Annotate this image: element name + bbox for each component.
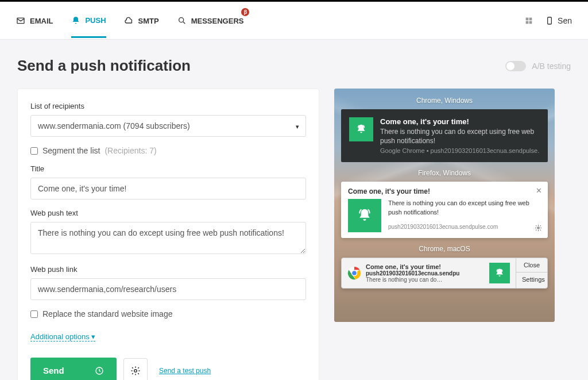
gear-icon[interactable] bbox=[535, 224, 542, 233]
link-input[interactable] bbox=[30, 278, 306, 300]
notif-source: Google Chrome • push2019032016013ecnua.s… bbox=[380, 147, 540, 154]
svg-point-1 bbox=[179, 18, 183, 22]
text-label: Web push text bbox=[30, 209, 306, 217]
tab-label: PUSH bbox=[85, 16, 106, 25]
notif-body: There is nothing you can do… bbox=[366, 277, 485, 283]
chrome-icon bbox=[347, 266, 361, 280]
title-input[interactable] bbox=[30, 178, 306, 199]
link-label: Web push link bbox=[30, 265, 306, 274]
ab-testing-toggle[interactable]: A/B testing bbox=[505, 61, 571, 71]
beta-badge: β bbox=[241, 8, 249, 16]
replace-image-checkbox[interactable] bbox=[30, 310, 38, 318]
page-title: Send a push notification bbox=[17, 57, 191, 75]
segment-checkbox[interactable] bbox=[30, 147, 38, 155]
additional-options-link[interactable]: Additional options ▾ bbox=[30, 332, 95, 341]
nav-mobile-item[interactable]: Sen bbox=[545, 16, 572, 25]
svg-line-2 bbox=[183, 22, 185, 24]
preview-panel: Chrome, Windows Come one, it's your time… bbox=[334, 89, 555, 322]
segment-label: Segment the list bbox=[42, 146, 100, 155]
send-button[interactable]: Send bbox=[30, 358, 117, 380]
gear-button[interactable] bbox=[123, 358, 148, 381]
tab-messengers[interactable]: MESSENGERS β bbox=[177, 5, 244, 36]
settings-button[interactable]: Settings bbox=[516, 272, 547, 286]
email-icon bbox=[16, 16, 25, 25]
close-icon[interactable]: ✕ bbox=[536, 186, 542, 195]
svg-point-9 bbox=[134, 369, 137, 372]
ab-label: A/B testing bbox=[532, 62, 571, 71]
nav-sen-label: Sen bbox=[558, 16, 572, 25]
segment-suffix: (Recipients: 7) bbox=[105, 146, 156, 155]
notif-icon bbox=[489, 263, 510, 283]
notif-title: Come one, it's your time! bbox=[380, 117, 540, 126]
mobile-icon bbox=[545, 16, 554, 25]
caret-down-icon: ▾ bbox=[296, 123, 299, 130]
test-push-link[interactable]: Send a test push bbox=[159, 367, 211, 375]
tab-label: SMTP bbox=[138, 17, 159, 25]
svg-point-13 bbox=[352, 271, 357, 276]
close-button[interactable]: Close bbox=[516, 258, 547, 272]
notif-title: Come one, it's your time! bbox=[348, 187, 541, 195]
firefox-win-label: Firefox, Windows bbox=[341, 169, 548, 177]
replace-image-label: Replace the standard website image bbox=[42, 309, 172, 318]
clock-icon bbox=[95, 366, 104, 375]
top-nav: EMAIL PUSH SMTP MESSENGERS β Sen bbox=[0, 2, 588, 40]
tab-label: MESSENGERS bbox=[191, 17, 244, 25]
notif-body: There is nothing you can do except using… bbox=[388, 199, 541, 217]
notif-icon bbox=[348, 199, 381, 232]
chrome-mac-label: Chrome, macOS bbox=[341, 245, 548, 253]
notif-body: There is nothing you can do except using… bbox=[380, 127, 540, 145]
send-label: Send bbox=[43, 366, 64, 375]
svg-rect-4 bbox=[529, 17, 532, 20]
gift-icon[interactable] bbox=[524, 16, 533, 25]
svg-rect-3 bbox=[526, 17, 529, 20]
svg-rect-5 bbox=[526, 21, 529, 24]
chrome-win-preview: Come one, it's your time! There is nothi… bbox=[341, 109, 548, 162]
svg-rect-7 bbox=[548, 17, 552, 24]
form-panel: List of recipients www.sendermania.com (… bbox=[17, 89, 319, 380]
notif-source: push2019032016013ecnua.sendpu bbox=[366, 270, 485, 277]
bell-icon bbox=[71, 16, 80, 25]
tab-email[interactable]: EMAIL bbox=[16, 5, 53, 36]
notif-title: Come one, it's your time! bbox=[366, 263, 485, 270]
tab-smtp[interactable]: SMTP bbox=[125, 5, 159, 36]
firefox-win-preview: Come one, it's your time! ✕ There is not… bbox=[341, 182, 548, 238]
svg-rect-6 bbox=[529, 21, 532, 24]
toggle-switch bbox=[505, 61, 526, 71]
svg-point-10 bbox=[537, 227, 539, 229]
magnify-icon bbox=[177, 16, 187, 25]
notif-source: push2019032016013ecnua.sendpulse.com bbox=[388, 224, 541, 230]
title-label: Title bbox=[30, 164, 306, 173]
tab-push[interactable]: PUSH bbox=[71, 5, 106, 38]
recipients-label: List of recipients bbox=[30, 102, 306, 110]
text-textarea[interactable]: There is nothing you can do except using… bbox=[30, 222, 306, 254]
cloud-icon bbox=[125, 16, 134, 25]
gear-icon bbox=[130, 366, 141, 376]
tab-label: EMAIL bbox=[30, 17, 53, 25]
notif-icon bbox=[349, 117, 373, 141]
recipients-select[interactable]: www.sendermania.com (7094 subscribers) bbox=[30, 115, 306, 137]
chrome-win-label: Chrome, Windows bbox=[341, 97, 548, 105]
chrome-mac-preview: Come one, it's your time! push2019032016… bbox=[341, 258, 548, 289]
